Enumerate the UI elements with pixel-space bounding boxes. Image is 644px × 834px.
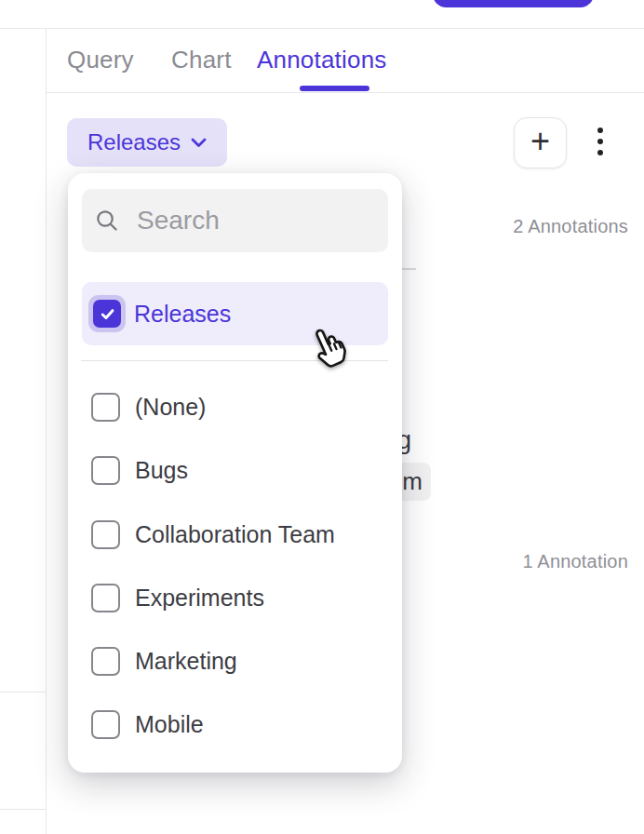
annotations-screen: Query Chart Annotations Releases + 2 Ann…: [0, 0, 644, 834]
tab-bar-divider: [47, 92, 644, 93]
left-rail-border: [46, 28, 47, 834]
annotation-group-count: 2 Annotations: [513, 216, 628, 237]
cursor-pointer-icon: [305, 325, 352, 375]
tab-query[interactable]: Query: [67, 46, 134, 74]
option-label: (None): [135, 394, 206, 421]
option-label: Releases: [134, 301, 231, 328]
dropdown-search: [82, 189, 388, 252]
chevron-down-icon: [191, 138, 207, 148]
left-rail-row-divider: [0, 809, 46, 810]
option-marketing[interactable]: Marketing: [82, 629, 388, 693]
releases-filter-button[interactable]: Releases: [67, 118, 227, 167]
tab-chart[interactable]: Chart: [171, 46, 232, 74]
option-bugs[interactable]: Bugs: [82, 438, 388, 502]
option-collaboration-team[interactable]: Collaboration Team: [82, 503, 388, 566]
checkbox-checked-icon[interactable]: [93, 300, 121, 328]
checkbox-unchecked-icon[interactable]: [91, 456, 120, 485]
active-tab-underline: [300, 86, 369, 91]
option-none[interactable]: (None): [82, 375, 388, 438]
list-divider-fragment: [400, 268, 416, 270]
checkbox-unchecked-icon[interactable]: [91, 584, 120, 612]
checkbox-unchecked-icon[interactable]: [91, 393, 120, 422]
checkbox-focus-ring: [88, 295, 126, 332]
checkbox-unchecked-icon[interactable]: [91, 710, 120, 739]
releases-filter-label: Releases: [87, 129, 181, 155]
option-mobile[interactable]: Mobile: [82, 693, 388, 756]
releases-dropdown-panel: Releases (None) Bugs Collaboration Team …: [68, 173, 402, 773]
option-label: Mobile: [135, 711, 204, 738]
search-input[interactable]: [137, 206, 379, 235]
checkbox-unchecked-icon[interactable]: [91, 647, 120, 676]
left-rail-row-divider: [0, 692, 46, 693]
search-icon: [94, 208, 120, 234]
more-options-kebab-icon[interactable]: [594, 126, 607, 157]
add-annotation-button[interactable]: +: [514, 117, 567, 168]
tab-annotations[interactable]: Annotations: [257, 46, 387, 74]
option-label: Bugs: [135, 457, 188, 484]
annotation-group-count: 1 Annotation: [522, 551, 628, 572]
option-label: Marketing: [135, 648, 237, 675]
header-divider: [0, 28, 644, 29]
option-label: Collaboration Team: [135, 521, 335, 548]
option-experiments[interactable]: Experiments: [82, 566, 388, 629]
option-label: Experiments: [135, 585, 264, 612]
primary-action-button[interactable]: [433, 0, 594, 7]
checkbox-unchecked-icon[interactable]: [91, 520, 120, 549]
